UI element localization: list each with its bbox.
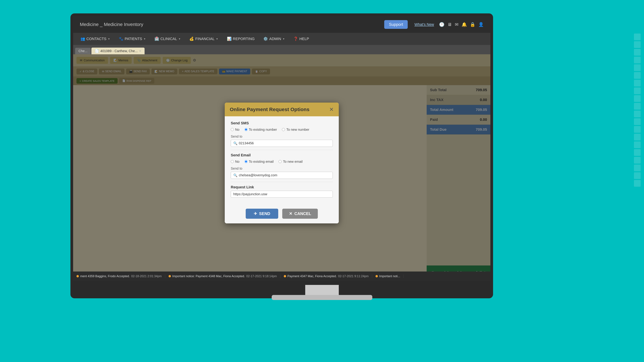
grid-cell <box>634 111 641 117</box>
nav-item-reporting[interactable]: 📊 REPORTING <box>223 35 258 43</box>
mail-icon[interactable]: ✉ <box>455 22 458 27</box>
send-label: SEND <box>259 211 270 216</box>
modal-close-button[interactable]: ✕ <box>329 107 334 112</box>
grid-decoration: // Generate grid cells document.addEvent… <box>634 33 644 134</box>
sms-new-radio[interactable] <box>282 128 285 131</box>
status-item-3: Payment 4347 Mac, Fiona Accepted. 02-17-… <box>280 275 372 278</box>
reporting-label: REPORTING <box>233 37 254 41</box>
top-bar-left: Medicine _ Medicine Inventory <box>80 22 143 27</box>
sms-phone-input[interactable] <box>239 141 330 145</box>
patients-caret: ▼ <box>144 37 146 40</box>
email-new-label: To new email <box>283 160 302 164</box>
tab-close-icon[interactable]: ✕ <box>139 49 141 53</box>
send-button[interactable]: ✈ SEND <box>246 209 278 219</box>
nav-item-patients[interactable]: 🐾 PATIENTS ▼ <box>115 35 150 43</box>
grid-cell <box>634 41 641 48</box>
patients-icon: 🐾 <box>119 37 123 41</box>
screen-icon[interactable]: 🖥 <box>448 22 452 27</box>
sms-no-option[interactable]: No <box>231 128 240 132</box>
contacts-icon: 👥 <box>80 37 85 41</box>
whats-new-link[interactable]: What's New <box>414 22 434 27</box>
email-radio-group: No To existing email To new email <box>231 160 333 164</box>
grid-cell <box>634 149 641 156</box>
status-text-2: Important notice: Payment 4348 Mac, Fion… <box>172 275 245 278</box>
tab-bar: Che... 📄 401089 - Carthew, Che... ✕ <box>73 45 490 54</box>
email-new-radio[interactable] <box>278 160 282 163</box>
email-search-icon: 🔍 <box>233 173 238 177</box>
grid-cell <box>634 134 641 140</box>
clinical-caret: ▼ <box>178 37 180 40</box>
email-existing-label: To existing email <box>249 160 274 164</box>
clock-icon[interactable]: 🕐 <box>439 22 444 27</box>
send-plane-icon: ✈ <box>254 211 257 216</box>
status-text-4: Important noti... <box>379 275 400 278</box>
grid-cell <box>634 87 641 94</box>
email-wrapper: 🔍 <box>231 172 333 179</box>
financial-label: FINANCIAL <box>195 37 214 41</box>
sms-no-label: No <box>235 128 240 132</box>
email-existing-radio[interactable] <box>244 160 248 163</box>
sms-existing-radio[interactable] <box>244 128 248 131</box>
grid-cell <box>634 180 641 187</box>
sms-new-label: To new number <box>286 128 309 132</box>
sms-new-option[interactable]: To new number <box>282 128 309 132</box>
request-link-label: Request Link <box>231 185 333 189</box>
top-bar: Medicine _ Medicine Inventory Support Wh… <box>73 16 490 33</box>
user-icon[interactable]: 👤 <box>478 22 484 27</box>
status-dot-4 <box>376 275 378 277</box>
request-link-input[interactable] <box>233 192 330 196</box>
bell-icon[interactable]: 🔔 <box>462 22 467 27</box>
request-link-wrapper <box>231 191 333 198</box>
sms-search-icon: 🔍 <box>233 141 238 145</box>
modal-overlay: Online Payment Request Options ✕ Send SM… <box>73 54 490 272</box>
nav-item-contacts[interactable]: 👥 CONTACTS ▼ <box>76 35 114 43</box>
modal: Online Payment Request Options ✕ Send SM… <box>225 103 339 223</box>
nav-item-financial[interactable]: 💰 FINANCIAL ▼ <box>185 35 222 43</box>
status-date-1: 02-18-2021 2:01:34pm <box>131 275 162 278</box>
help-icon: ❓ <box>294 37 298 41</box>
send-email-label: Send Email <box>231 153 333 157</box>
tab-carthew[interactable]: 📄 401089 - Carthew, Che... ✕ <box>92 48 144 54</box>
status-date-2: 02-17-2021 9:18:14pm <box>246 275 277 278</box>
sms-existing-option[interactable]: To existing number <box>244 128 277 132</box>
cancel-x-icon: ✕ <box>289 211 292 216</box>
grid-cell <box>634 49 641 56</box>
sms-phone-wrapper: 🔍 <box>231 140 333 147</box>
tab-che[interactable]: Che... <box>75 48 91 54</box>
divider-2 <box>231 182 333 182</box>
cancel-button[interactable]: ✕ CANCEL <box>282 209 318 219</box>
sms-existing-label: To existing number <box>249 128 277 132</box>
grid-cell <box>634 72 641 79</box>
grid-cell <box>634 57 641 63</box>
email-no-radio[interactable] <box>231 160 234 163</box>
email-send-to-label: Send to <box>231 167 333 170</box>
status-item-1: ment 4359 Baggins, Frodo Accepted. 02-18… <box>73 275 165 278</box>
email-existing-option[interactable]: To existing email <box>244 160 274 164</box>
support-button[interactable]: Support <box>384 20 408 29</box>
status-date-3: 02-17-2021 9:11:24pm <box>338 275 368 278</box>
cancel-label: CANCEL <box>294 211 311 216</box>
clinical-label: CLINICAL <box>160 37 177 41</box>
email-no-label: No <box>235 160 240 164</box>
top-icons: 🕐 🖥 ✉ 🔔 🔒 👤 <box>439 22 484 27</box>
app-title: Medicine _ Medicine Inventory <box>80 22 143 27</box>
send-sms-label: Send SMS <box>231 121 333 125</box>
reporting-icon: 📊 <box>227 37 232 41</box>
grid-cell <box>634 64 641 71</box>
modal-body: Send SMS No To existing number <box>225 116 339 205</box>
status-text-3: Payment 4347 Mac, Fiona Accepted. <box>288 275 337 278</box>
tab-carthew-label: 401089 - Carthew, Che... <box>100 49 138 53</box>
sms-no-radio[interactable] <box>231 128 234 131</box>
lock-icon[interactable]: 🔒 <box>470 22 475 27</box>
status-dot-3 <box>284 275 286 277</box>
email-input[interactable] <box>239 173 330 177</box>
content-area: ✉ Communication 📝 Memos 📎 Attachment 🕐 C… <box>73 54 490 272</box>
admin-label: ADMIN <box>269 37 281 41</box>
email-no-option[interactable]: No <box>231 160 240 164</box>
nav-item-help[interactable]: ❓ HELP <box>290 35 313 43</box>
email-new-option[interactable]: To new email <box>278 160 302 164</box>
nav-item-admin[interactable]: ⚙️ ADMIN ▼ <box>259 35 289 43</box>
nav-item-clinical[interactable]: 🏥 CLINICAL ▼ <box>150 35 185 43</box>
grid-cell <box>634 157 641 164</box>
grid-cell <box>634 165 641 171</box>
